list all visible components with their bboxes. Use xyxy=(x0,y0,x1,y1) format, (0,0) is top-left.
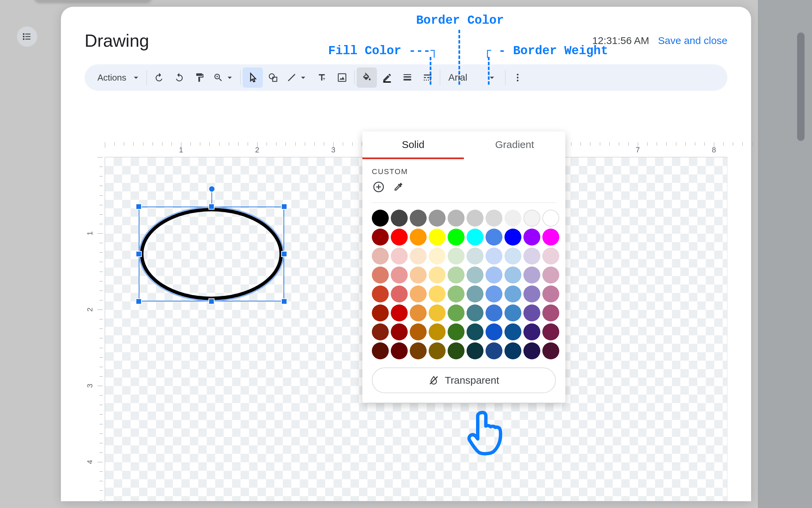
resize-handle-nw[interactable] xyxy=(136,204,142,210)
color-swatch[interactable] xyxy=(372,210,389,227)
color-swatch[interactable] xyxy=(372,267,389,283)
transparent-button[interactable]: Transparent xyxy=(372,367,556,393)
zoom-menu[interactable] xyxy=(210,67,238,88)
color-swatch[interactable] xyxy=(410,229,427,246)
color-swatch[interactable] xyxy=(523,304,540,321)
font-family-select[interactable]: Arial xyxy=(442,67,503,88)
color-swatch[interactable] xyxy=(391,210,408,227)
color-swatch[interactable] xyxy=(504,248,521,264)
color-swatch[interactable] xyxy=(372,285,389,302)
color-swatch[interactable] xyxy=(523,210,540,227)
color-swatch[interactable] xyxy=(372,248,389,264)
line-tool[interactable] xyxy=(283,67,312,88)
color-swatch[interactable] xyxy=(410,342,427,359)
color-swatch[interactable] xyxy=(391,342,408,359)
color-swatch[interactable] xyxy=(429,210,446,227)
document-outline-toggle[interactable] xyxy=(17,26,37,47)
color-swatch[interactable] xyxy=(467,342,483,359)
color-swatch[interactable] xyxy=(372,304,389,321)
color-swatch[interactable] xyxy=(523,248,540,264)
color-swatch[interactable] xyxy=(448,304,465,321)
actions-menu[interactable]: Actions xyxy=(91,67,144,88)
color-swatch[interactable] xyxy=(542,210,559,227)
color-swatch[interactable] xyxy=(429,342,446,359)
color-swatch[interactable] xyxy=(391,304,408,321)
color-swatch[interactable] xyxy=(486,285,502,302)
redo-button[interactable] xyxy=(169,67,189,88)
color-swatch[interactable] xyxy=(448,267,465,283)
color-swatch[interactable] xyxy=(486,210,502,227)
resize-handle-e[interactable] xyxy=(281,251,287,257)
paint-format-button[interactable] xyxy=(189,67,210,88)
color-swatch[interactable] xyxy=(504,267,521,283)
color-swatch[interactable] xyxy=(429,267,446,283)
color-swatch[interactable] xyxy=(372,323,389,340)
fill-color-button[interactable] xyxy=(357,67,377,88)
color-swatch[interactable] xyxy=(467,210,483,227)
color-swatch[interactable] xyxy=(486,229,502,246)
color-swatch[interactable] xyxy=(542,323,559,340)
color-swatch[interactable] xyxy=(391,248,408,264)
tab-gradient[interactable]: Gradient xyxy=(464,131,565,159)
color-swatch[interactable] xyxy=(372,229,389,246)
color-swatch[interactable] xyxy=(542,342,559,359)
color-swatch[interactable] xyxy=(429,285,446,302)
border-color-button[interactable] xyxy=(377,67,397,88)
color-swatch[interactable] xyxy=(410,323,427,340)
color-swatch[interactable] xyxy=(467,323,483,340)
ellipse-shape[interactable] xyxy=(140,208,283,300)
color-swatch[interactable] xyxy=(523,323,540,340)
image-tool[interactable] xyxy=(332,67,352,88)
undo-button[interactable] xyxy=(149,67,169,88)
select-tool[interactable] xyxy=(243,67,263,88)
vertical-scrollbar[interactable] xyxy=(797,33,805,141)
color-swatch[interactable] xyxy=(448,323,465,340)
color-swatch[interactable] xyxy=(448,248,465,264)
color-swatch[interactable] xyxy=(448,229,465,246)
color-swatch[interactable] xyxy=(504,323,521,340)
border-dash-button[interactable] xyxy=(418,67,438,88)
color-swatch[interactable] xyxy=(486,342,502,359)
color-swatch[interactable] xyxy=(391,323,408,340)
color-swatch[interactable] xyxy=(429,323,446,340)
color-swatch[interactable] xyxy=(486,323,502,340)
eyedropper-button[interactable] xyxy=(391,180,405,194)
color-swatch[interactable] xyxy=(542,304,559,321)
resize-handle-sw[interactable] xyxy=(136,298,142,304)
resize-handle-w[interactable] xyxy=(136,251,142,257)
color-swatch[interactable] xyxy=(486,304,502,321)
color-swatch[interactable] xyxy=(542,267,559,283)
color-swatch[interactable] xyxy=(467,229,483,246)
resize-handle-s[interactable] xyxy=(208,298,215,304)
textbox-tool[interactable] xyxy=(312,67,332,88)
color-swatch[interactable] xyxy=(372,342,389,359)
color-swatch[interactable] xyxy=(504,342,521,359)
color-swatch[interactable] xyxy=(467,285,483,302)
color-swatch[interactable] xyxy=(410,304,427,321)
shape-tool[interactable] xyxy=(263,67,283,88)
color-swatch[interactable] xyxy=(467,248,483,264)
add-custom-color-button[interactable] xyxy=(372,180,385,194)
color-swatch[interactable] xyxy=(429,304,446,321)
color-swatch[interactable] xyxy=(410,248,427,264)
color-swatch[interactable] xyxy=(523,342,540,359)
color-swatch[interactable] xyxy=(523,229,540,246)
color-swatch[interactable] xyxy=(467,304,483,321)
color-swatch[interactable] xyxy=(542,248,559,264)
border-weight-button[interactable] xyxy=(397,67,418,88)
color-swatch[interactable] xyxy=(542,229,559,246)
color-swatch[interactable] xyxy=(486,248,502,264)
color-swatch[interactable] xyxy=(504,285,521,302)
color-swatch[interactable] xyxy=(523,267,540,283)
color-swatch[interactable] xyxy=(542,285,559,302)
color-swatch[interactable] xyxy=(391,285,408,302)
color-swatch[interactable] xyxy=(504,210,521,227)
color-swatch[interactable] xyxy=(504,229,521,246)
resize-handle-ne[interactable] xyxy=(281,204,287,210)
save-and-close-button[interactable]: Save and close xyxy=(658,35,727,46)
color-swatch[interactable] xyxy=(504,304,521,321)
color-swatch[interactable] xyxy=(410,210,427,227)
color-swatch[interactable] xyxy=(391,267,408,283)
rotation-handle[interactable] xyxy=(208,186,215,192)
resize-handle-n[interactable] xyxy=(208,204,215,210)
